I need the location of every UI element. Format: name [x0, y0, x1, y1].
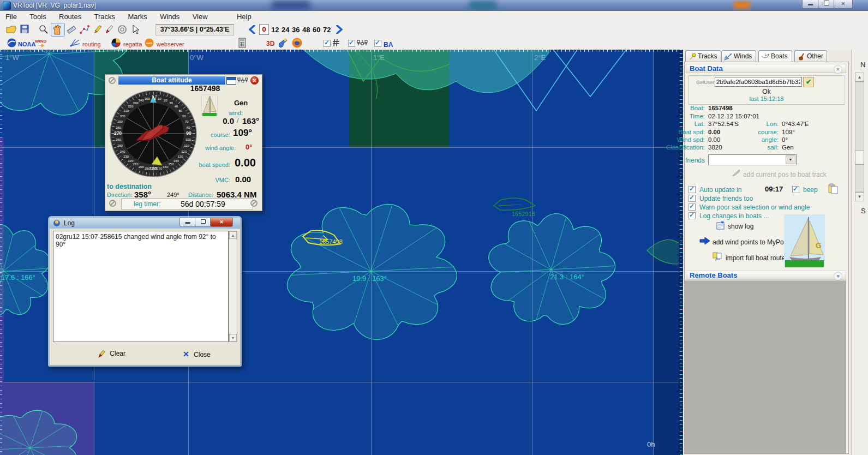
pencil-tool-icon[interactable]	[93, 25, 103, 34]
show-log-link[interactable]: show log	[728, 223, 753, 230]
regatta-label[interactable]: regatta	[123, 41, 142, 47]
getuser-apply-button[interactable]: ✔	[803, 77, 814, 87]
close-icon[interactable]: ✕	[250, 76, 259, 85]
menu-routes[interactable]: Routes	[53, 11, 87, 21]
status-ok: Ok	[689, 88, 845, 95]
paint-icon[interactable]	[277, 38, 289, 49]
lat-scroll-up[interactable]: ▲	[855, 73, 864, 82]
log-changes-checkbox[interactable]	[689, 212, 696, 219]
zoom-tool-icon[interactable]	[39, 25, 48, 34]
forecast-hour-36[interactable]: 36	[292, 26, 300, 34]
marker-tool-icon[interactable]	[104, 25, 114, 34]
add-wind-points-link[interactable]: add wind points to MyPolars	[713, 238, 794, 246]
disable-icon[interactable]	[109, 77, 116, 84]
boat-data-header[interactable]: Boat Data »	[686, 64, 846, 73]
regatta-icon[interactable]	[111, 38, 121, 47]
lat-scroll-thumb[interactable]	[855, 151, 864, 165]
expand-icon[interactable]: »	[834, 272, 842, 280]
log-text-area[interactable]: 02gru12 15:07-258615 changed wind angle …	[53, 231, 229, 342]
dropdown-arrow-icon[interactable]: ▼	[786, 155, 795, 164]
menu-tracks[interactable]: Tracks	[89, 11, 121, 21]
tab-winds[interactable]: Winds	[721, 50, 756, 62]
tab-other[interactable]: Other	[794, 50, 827, 62]
getuser-input[interactable]	[715, 77, 802, 87]
select-cursor-icon[interactable]	[131, 25, 140, 35]
svg-text:240: 240	[120, 150, 126, 153]
log-window[interactable]: Log ▬ ✕ 02gru12 15:07-258615 changed win…	[48, 216, 242, 367]
next-forecast-icon[interactable]	[336, 25, 343, 34]
measure-tool-icon[interactable]	[66, 25, 76, 34]
window-titlebar[interactable]: VRTool [VR_VG_polar1.nav] ▬ ✕	[0, 0, 868, 11]
friends-combobox[interactable]: ▼	[708, 154, 797, 165]
import-route-link[interactable]: import full boat route	[726, 254, 785, 262]
scroll-up-icon[interactable]: ▲	[229, 231, 237, 239]
log-close-button[interactable]: ✕	[210, 218, 233, 227]
disable-icon[interactable]	[109, 200, 116, 207]
log-minimize-button[interactable]: ▬	[179, 218, 196, 227]
disable-icon[interactable]	[250, 200, 258, 207]
menu-winds[interactable]: Winds	[154, 11, 185, 21]
dock-icon[interactable]	[226, 77, 236, 85]
attitude-titlebar[interactable]: Boat attitude	[118, 76, 225, 85]
noaa-icon[interactable]	[7, 38, 16, 47]
remote-boat-marker[interactable]	[494, 198, 535, 210]
ba-toggle-checkbox[interactable]	[374, 40, 381, 47]
tab-tracks[interactable]: Tracks	[685, 50, 721, 62]
lat-scroll-track[interactable]	[855, 82, 864, 192]
forecast-hour-12[interactable]: 12	[271, 26, 279, 34]
remote-boats-header[interactable]: Remote Boats »	[686, 271, 846, 280]
log-titlebar[interactable]: Log ▬ ✕	[50, 218, 240, 229]
route-tool-icon[interactable]	[80, 25, 89, 34]
minimize-button[interactable]: ▬	[802, 0, 819, 9]
routing-icon[interactable]	[70, 38, 81, 47]
ba-label[interactable]: BA	[384, 41, 393, 49]
calculator-icon[interactable]	[238, 38, 246, 48]
log-scrollbar[interactable]: ▲ ▼	[229, 231, 237, 342]
warn-sail-checkbox[interactable]	[689, 203, 696, 211]
svg-text:340: 340	[139, 99, 145, 102]
web-icon[interactable]: web	[145, 38, 154, 47]
webserver-label[interactable]: webserver	[157, 41, 184, 47]
add-wind-icon[interactable]	[699, 237, 710, 245]
scroll-down-icon[interactable]: ▼	[229, 334, 237, 342]
forecast-hour-24[interactable]: 24	[282, 26, 289, 34]
noaa-label[interactable]: NOAA	[18, 41, 35, 47]
log-maximize-button[interactable]	[195, 218, 211, 227]
restore-button[interactable]	[818, 0, 835, 9]
clipboard-icon[interactable]	[828, 183, 838, 194]
beep-checkbox[interactable]	[792, 186, 799, 193]
pan-tool-button[interactable]	[51, 23, 65, 37]
lat-scroll-down[interactable]: ▼	[855, 192, 864, 201]
boats-panel-icon[interactable]	[237, 77, 248, 84]
grid-toggle-checkbox[interactable]	[324, 40, 331, 47]
save-icon[interactable]	[20, 25, 29, 33]
import-route-icon[interactable]	[713, 252, 723, 262]
forecast-hour-72[interactable]: 72	[323, 26, 331, 34]
forecast-hour-48[interactable]: 48	[302, 26, 310, 34]
3d-view-button[interactable]: 3D	[266, 40, 274, 47]
tab-boats-selected[interactable]: Boats	[758, 50, 792, 62]
show-log-icon[interactable]	[716, 221, 726, 230]
menu-marks[interactable]: Marks	[122, 11, 152, 21]
getuser-label: GetUser:	[696, 80, 716, 85]
menu-file[interactable]: File	[0, 11, 22, 21]
open-file-icon[interactable]	[6, 25, 17, 34]
routing-label[interactable]: routing	[82, 41, 101, 47]
target-tool-icon[interactable]	[117, 25, 127, 34]
forecast-hour-60[interactable]: 60	[313, 26, 320, 34]
close-button[interactable]: ✕	[834, 0, 853, 9]
firefox-icon[interactable]	[292, 38, 302, 48]
update-friends-checkbox[interactable]	[689, 195, 696, 202]
menu-view[interactable]: View	[187, 11, 213, 21]
boat-attitude-window[interactable]: Boat attitude ✕ 102030405060708090100110…	[105, 74, 262, 211]
menu-tools[interactable]: Tools	[24, 11, 51, 21]
menu-help[interactable]: Help	[231, 11, 257, 21]
boats-toggle-checkbox[interactable]	[348, 40, 355, 47]
collapse-icon[interactable]: »	[834, 65, 842, 74]
prev-forecast-icon[interactable]	[248, 25, 256, 34]
log-close-button2[interactable]: ✕ Close	[183, 350, 211, 358]
log-clear-button[interactable]: Clear	[98, 350, 125, 358]
auto-update-checkbox[interactable]	[689, 186, 696, 193]
forecast-hour-current[interactable]: 0	[259, 24, 269, 35]
remote-boat-label: 1652918	[512, 211, 535, 217]
